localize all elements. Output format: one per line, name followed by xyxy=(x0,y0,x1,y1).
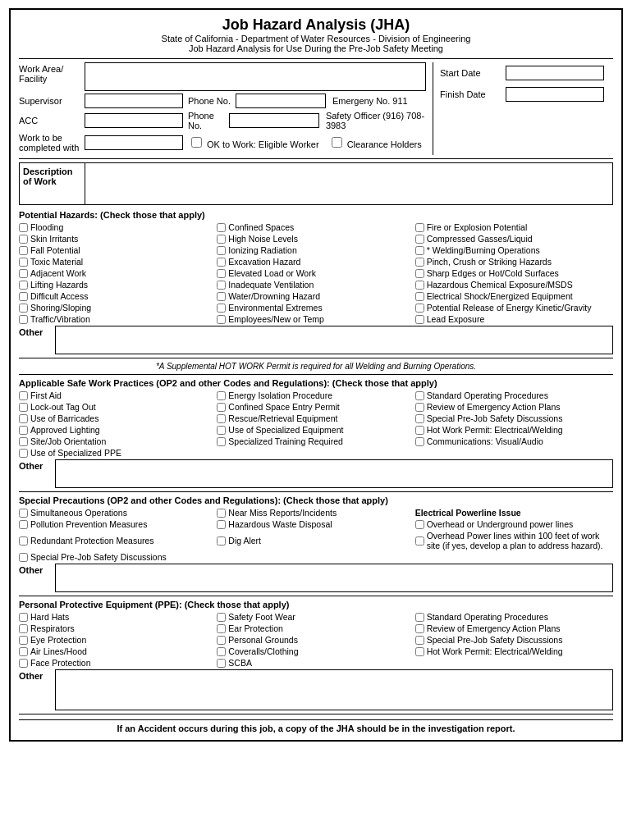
hazard-label: Flooding xyxy=(30,222,63,232)
acc-input[interactable] xyxy=(85,113,183,128)
special-prec-checkbox[interactable] xyxy=(19,553,28,562)
hazard-checkbox[interactable] xyxy=(217,403,226,412)
hazard-checkbox[interactable] xyxy=(19,437,28,446)
hazard-label: Approved Lighting xyxy=(30,425,100,435)
hazard-checkbox[interactable] xyxy=(19,391,28,400)
supervisor-phone-input[interactable] xyxy=(236,94,326,108)
hazard-checkbox[interactable] xyxy=(415,281,424,290)
hazard-checkbox[interactable] xyxy=(415,246,424,255)
hazard-checkbox[interactable] xyxy=(19,292,28,301)
hazard-checkbox[interactable] xyxy=(415,235,424,244)
ok-to-work-checkbox[interactable] xyxy=(191,137,202,148)
hazard-checkbox[interactable] xyxy=(217,659,226,668)
hazard-checkbox[interactable] xyxy=(415,414,424,423)
hazard-checkbox[interactable] xyxy=(19,636,28,645)
hazard-checkbox[interactable] xyxy=(415,258,424,267)
hazard-checkbox[interactable] xyxy=(415,613,424,622)
hazard-checkbox[interactable] xyxy=(217,315,226,324)
hazard-checkbox[interactable] xyxy=(19,414,28,423)
hazard-checkbox[interactable] xyxy=(415,426,424,435)
hazards-other-box[interactable] xyxy=(55,326,613,354)
special-precautions-title: Special Precautions (OP2 and other Codes… xyxy=(19,495,613,505)
hazard-checkbox[interactable] xyxy=(19,647,28,656)
hazard-checkbox[interactable] xyxy=(19,235,28,244)
description-input[interactable] xyxy=(85,163,612,204)
hazard-checkbox[interactable] xyxy=(217,281,226,290)
special-prec-checkbox3[interactable] xyxy=(415,520,424,529)
hazard-checkbox[interactable] xyxy=(217,426,226,435)
hazard-checkbox[interactable] xyxy=(217,414,226,423)
hazard-checkbox[interactable] xyxy=(415,269,424,278)
hazard-checkbox[interactable] xyxy=(217,647,226,656)
special-prec-other-row: Other xyxy=(19,564,613,592)
hazard-checkbox[interactable] xyxy=(19,315,28,324)
special-prec-checkbox3[interactable] xyxy=(415,536,424,546)
list-item: Flooding xyxy=(19,222,217,232)
acc-phone-input[interactable] xyxy=(229,113,319,128)
special-prec-other-box[interactable] xyxy=(55,564,613,592)
hazard-label: Inadequate Ventilation xyxy=(228,280,314,290)
hazard-checkbox[interactable] xyxy=(217,258,226,267)
clearance-checkbox[interactable] xyxy=(332,137,342,148)
start-date-input[interactable] xyxy=(506,66,604,80)
special-prec-checkbox[interactable] xyxy=(19,520,28,529)
hazard-checkbox[interactable] xyxy=(415,315,424,324)
footer-note: If an Accident occurs during this job, a… xyxy=(19,719,613,733)
hazard-checkbox[interactable] xyxy=(415,403,424,412)
finish-date-input[interactable] xyxy=(506,87,604,102)
hazard-checkbox[interactable] xyxy=(19,269,28,278)
electrical-powerline-header: Electrical Powerline Issue xyxy=(415,508,521,518)
hazard-checkbox[interactable] xyxy=(217,624,226,633)
special-prec-checkbox[interactable] xyxy=(19,509,28,518)
hazard-checkbox[interactable] xyxy=(217,246,226,255)
hazard-checkbox[interactable] xyxy=(217,304,226,313)
hazard-checkbox[interactable] xyxy=(19,223,28,232)
hazard-checkbox[interactable] xyxy=(217,269,226,278)
hazard-checkbox[interactable] xyxy=(415,223,424,232)
list-item: Traffic/Vibration xyxy=(19,314,217,324)
hazard-label: Review of Emergency Action Plans xyxy=(427,402,561,412)
hazard-checkbox[interactable] xyxy=(217,391,226,400)
hazard-checkbox[interactable] xyxy=(415,636,424,645)
safe-practices-other-box[interactable] xyxy=(55,459,613,488)
hazard-checkbox[interactable] xyxy=(415,624,424,633)
hazard-label: Special Pre-Job Safety Discussions xyxy=(427,413,563,423)
hazard-checkbox[interactable] xyxy=(217,636,226,645)
hazard-checkbox[interactable] xyxy=(415,304,424,313)
list-item: Difficult Access xyxy=(19,291,217,301)
special-prec-checkbox[interactable] xyxy=(19,536,28,546)
hazard-checkbox[interactable] xyxy=(19,613,28,622)
special-prec-checkbox2[interactable] xyxy=(217,509,226,518)
hazard-checkbox[interactable] xyxy=(217,613,226,622)
hazard-checkbox[interactable] xyxy=(19,449,28,458)
hazard-checkbox[interactable] xyxy=(19,281,28,290)
list-item: Hot Work Permit: Electrical/Welding xyxy=(415,425,613,435)
hazard-checkbox[interactable] xyxy=(19,659,28,668)
work-area-input[interactable] xyxy=(85,62,426,91)
hazard-label: Rescue/Retrieval Equipment xyxy=(228,413,337,423)
hazard-checkbox[interactable] xyxy=(19,403,28,412)
hazard-label: Use of Barricades xyxy=(30,413,98,423)
hazard-checkbox[interactable] xyxy=(217,235,226,244)
work-complete-input[interactable] xyxy=(85,135,183,150)
hazard-checkbox[interactable] xyxy=(415,292,424,301)
hazard-checkbox[interactable] xyxy=(19,426,28,435)
special-prec-checkbox2[interactable] xyxy=(217,520,226,529)
hazard-checkbox[interactable] xyxy=(19,304,28,313)
hazard-checkbox[interactable] xyxy=(415,437,424,446)
list-item: Dig Alert xyxy=(217,531,414,550)
hazard-checkbox[interactable] xyxy=(19,246,28,255)
supervisor-input[interactable] xyxy=(85,94,183,108)
hazard-checkbox[interactable] xyxy=(217,223,226,232)
ppe-other-box[interactable] xyxy=(55,669,613,710)
hazard-checkbox[interactable] xyxy=(19,258,28,267)
hazard-checkbox[interactable] xyxy=(217,437,226,446)
start-date-label: Start Date xyxy=(440,68,506,78)
special-prec-checkbox2[interactable] xyxy=(217,536,226,546)
hazard-checkbox[interactable] xyxy=(217,292,226,301)
hazard-checkbox[interactable] xyxy=(415,647,424,656)
list-item: Eye Protection xyxy=(19,635,217,645)
work-complete-label: Work to becompleted with xyxy=(19,133,85,153)
hazard-checkbox[interactable] xyxy=(415,391,424,400)
hazard-checkbox[interactable] xyxy=(19,624,28,633)
